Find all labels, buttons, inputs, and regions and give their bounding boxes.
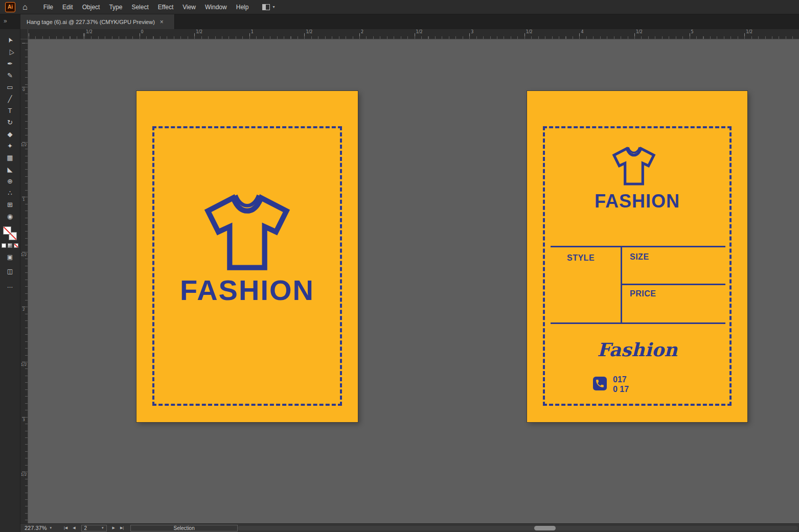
ruler-top-label: 1/2 bbox=[306, 30, 312, 34]
artboard-tool-icon: ⊞ bbox=[7, 201, 13, 208]
gradient-button[interactable] bbox=[8, 243, 12, 248]
blend-tool-icon: ⊕ bbox=[7, 178, 13, 184]
selection-tool-icon: ➤ bbox=[6, 36, 14, 44]
tshirt-icon bbox=[195, 189, 300, 276]
price-label: PRICE bbox=[630, 289, 656, 298]
artboard-back-tag[interactable]: FASHION STYLE SIZE PRICE Fashion bbox=[527, 91, 747, 422]
blend-tool[interactable]: ⊕ bbox=[0, 175, 20, 187]
zoom-control[interactable]: 227.37% ▾ bbox=[25, 525, 61, 531]
none-button[interactable] bbox=[14, 243, 18, 248]
menu-file[interactable]: File bbox=[39, 4, 58, 11]
tools-panel: ➤▷✒✎▭╱T↻◆✦▦◣⊕∴⊞◉ ▣ ◫ … bbox=[0, 29, 20, 532]
phone-line-2: 0 17 bbox=[613, 384, 629, 394]
horizontal-scrollbar-track[interactable] bbox=[238, 526, 798, 530]
curvature-tool[interactable]: ✎ bbox=[0, 70, 20, 81]
type-tool-icon: T bbox=[8, 107, 12, 114]
last-artboard-button[interactable]: ▶| bbox=[120, 526, 124, 530]
eyedropper-tool[interactable]: ◣ bbox=[0, 164, 20, 175]
ruler-top-label: 2 bbox=[361, 30, 363, 34]
ruler-left-label: 2 bbox=[20, 308, 27, 312]
zoom-level: 227.37% bbox=[25, 525, 47, 531]
illustrator-logo-icon[interactable]: Ai bbox=[5, 2, 15, 12]
ruler-top-label: 1/2 bbox=[526, 30, 533, 34]
rectangle-tool-icon: ▭ bbox=[7, 84, 13, 90]
direct-selection-tool-icon: ▷ bbox=[6, 48, 14, 56]
ruler-top-label: 1/2 bbox=[196, 30, 202, 34]
artboard-tool[interactable]: ⊞ bbox=[0, 199, 20, 211]
horizontal-scrollbar-thumb[interactable] bbox=[534, 526, 556, 530]
chevron-down-icon: ▾ bbox=[272, 5, 275, 9]
menu-bar: Ai ⌂ FileEditObjectTypeSelectEffectViewW… bbox=[0, 0, 799, 14]
ruler-top-label: 5 bbox=[691, 30, 694, 34]
menu-object[interactable]: Object bbox=[78, 4, 105, 11]
fill-swatch[interactable] bbox=[3, 226, 11, 235]
ruler-origin[interactable] bbox=[20, 29, 28, 39]
ruler-top-label: 1/2 bbox=[86, 30, 93, 34]
selection-tool[interactable]: ➤ bbox=[0, 34, 20, 46]
symbol-sprayer-tool[interactable]: ∴ bbox=[0, 187, 20, 199]
gradient-tool[interactable]: ▦ bbox=[0, 152, 20, 164]
shaper-tool-icon: ✦ bbox=[7, 143, 13, 149]
line-segment-tool[interactable]: ╱ bbox=[0, 93, 20, 105]
eyedropper-tool-icon: ◣ bbox=[8, 166, 13, 173]
ruler-top-label: 1/2 bbox=[636, 30, 643, 34]
ruler-top-label: 1/2 bbox=[746, 30, 752, 34]
shaper-tool[interactable]: ✦ bbox=[0, 140, 20, 152]
more-tools-button[interactable]: … bbox=[0, 281, 20, 291]
type-tool[interactable]: T bbox=[0, 105, 20, 117]
phone-row: 017 0 17 bbox=[593, 375, 629, 394]
status-field[interactable]: Selection bbox=[130, 525, 238, 531]
menu-help[interactable]: Help bbox=[232, 4, 254, 11]
menu-window[interactable]: Window bbox=[200, 4, 232, 11]
phone-line-1: 017 bbox=[613, 375, 629, 384]
size-label: SIZE bbox=[630, 252, 649, 261]
tab-close-icon[interactable]: × bbox=[160, 18, 164, 26]
phone-numbers: 017 0 17 bbox=[613, 375, 629, 394]
next-artboard-button[interactable]: ▶ bbox=[112, 526, 115, 530]
eraser-tool-icon: ◆ bbox=[8, 131, 13, 137]
color-button[interactable] bbox=[2, 243, 6, 248]
illustrator-app: Ai ⌂ FileEditObjectTypeSelectEffectViewW… bbox=[0, 0, 799, 532]
ruler-left-label: 1/2 bbox=[20, 253, 27, 257]
menu-items: FileEditObjectTypeSelectEffectViewWindow… bbox=[39, 4, 254, 11]
document-area: 1/201/211/221/231/241/251/2 01/211/221/2… bbox=[20, 29, 799, 532]
menu-select[interactable]: Select bbox=[127, 4, 153, 11]
ruler-top-label: 1 bbox=[251, 30, 254, 34]
horizontal-ruler[interactable]: 1/201/211/221/231/241/251/2 bbox=[28, 29, 799, 39]
ruler-left-label: 1 bbox=[20, 198, 27, 202]
ruler-left-label: 1/2 bbox=[20, 473, 27, 477]
menu-effect[interactable]: Effect bbox=[153, 4, 178, 11]
artboard-number: 2 bbox=[84, 525, 87, 531]
color-mode-row bbox=[2, 243, 18, 248]
menu-view[interactable]: View bbox=[178, 4, 200, 11]
curvature-tool-icon: ✎ bbox=[7, 72, 13, 79]
previous-artboard-button[interactable]: ◀ bbox=[73, 526, 75, 530]
pen-tool[interactable]: ✒ bbox=[0, 58, 20, 70]
line-segment-tool-icon: ╱ bbox=[8, 96, 12, 102]
menu-edit[interactable]: Edit bbox=[58, 4, 78, 11]
eraser-tool[interactable]: ◆ bbox=[0, 128, 20, 140]
rectangle-tool[interactable]: ▭ bbox=[0, 81, 20, 93]
script-brand-title: Fashion bbox=[527, 340, 747, 359]
size-cell: SIZE bbox=[622, 247, 725, 285]
fill-stroke-indicator bbox=[3, 226, 17, 240]
document-tab[interactable]: Hang tage (6).ai @ 227.37% (CMYK/GPU Pre… bbox=[20, 14, 175, 29]
artboard-front-tag[interactable]: FASHION bbox=[136, 91, 358, 422]
zoom-tool[interactable]: ◉ bbox=[0, 211, 20, 222]
tshirt-icon bbox=[607, 144, 660, 189]
status-bar: 227.37% ▾ |◀ ◀ 2 ▾ ▶ ▶| Selection ▶ ◀ bbox=[20, 523, 799, 532]
symbol-sprayer-tool-icon: ∴ bbox=[8, 190, 12, 196]
artboard-select[interactable]: 2 ▾ bbox=[81, 525, 107, 531]
draw-mode-button[interactable]: ▣ bbox=[0, 252, 20, 262]
vertical-ruler[interactable]: 01/211/221/231/2 bbox=[20, 39, 28, 523]
rotate-tool[interactable]: ↻ bbox=[0, 117, 20, 128]
zoom-tool-icon: ◉ bbox=[7, 213, 13, 220]
home-icon[interactable]: ⌂ bbox=[22, 3, 28, 11]
direct-selection-tool[interactable]: ▷ bbox=[0, 46, 20, 58]
screen-mode-button[interactable]: ◫ bbox=[0, 266, 20, 276]
toolbar-collapse-button[interactable]: » bbox=[4, 17, 7, 25]
canvas[interactable]: FASHION FASHION STYLE SIZE bbox=[28, 39, 799, 523]
menu-type[interactable]: Type bbox=[104, 4, 127, 11]
arrange-documents-button[interactable]: ▾ bbox=[262, 4, 275, 10]
first-artboard-button[interactable]: |◀ bbox=[64, 526, 67, 530]
